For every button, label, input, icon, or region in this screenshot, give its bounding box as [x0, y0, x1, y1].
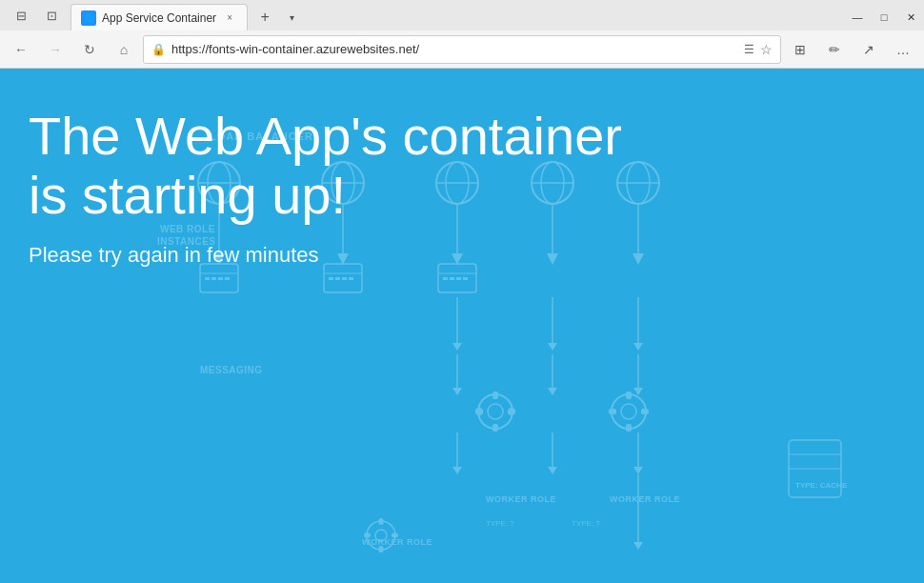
svg-text:TYPE: ?: TYPE: ? [572, 519, 600, 528]
svg-rect-33 [342, 277, 347, 280]
svg-marker-46 [633, 343, 643, 351]
svg-rect-40 [463, 277, 468, 280]
svg-text:WORKER ROLE: WORKER ROLE [362, 537, 432, 547]
svg-rect-51 [492, 424, 498, 432]
svg-rect-71 [392, 533, 398, 538]
collections-button[interactable]: ⊞ [785, 34, 815, 65]
tab-favicon-icon: 🌐 [81, 10, 96, 26]
svg-rect-28 [225, 277, 230, 280]
forward-button[interactable]: → [40, 34, 70, 65]
svg-rect-27 [218, 277, 223, 280]
svg-rect-69 [379, 518, 384, 525]
more-button[interactable]: … [888, 34, 918, 65]
svg-text:MESSAGING: MESSAGING [200, 365, 263, 375]
nav-bar: ← → ↻ ⌂ 🔒 https://fonts-win-container.az… [0, 30, 924, 69]
svg-marker-44 [548, 343, 557, 351]
svg-rect-32 [335, 277, 340, 280]
svg-rect-70 [379, 546, 384, 553]
reload-button[interactable]: ↻ [74, 34, 105, 65]
svg-rect-38 [450, 277, 454, 280]
maximize-button[interactable]: □ [871, 4, 897, 30]
svg-rect-50 [492, 392, 498, 399]
heading-line-1: The Web App's container [29, 107, 622, 166]
edge-icon: ⊡ [38, 2, 65, 29]
browser-window: ⊟ ⊡ 🌐 App Service Container × + ▾ — □ ✕ … [0, 0, 924, 583]
url-text: https://fonts-win-container.azurewebsite… [171, 42, 738, 56]
main-heading: The Web App's container is starting up! [29, 107, 622, 224]
svg-rect-72 [364, 533, 371, 538]
svg-text:TYPE: ?: TYPE: ? [486, 519, 514, 528]
svg-point-58 [612, 394, 646, 429]
svg-rect-57 [474, 407, 484, 416]
svg-marker-80 [548, 388, 557, 395]
svg-marker-42 [452, 343, 462, 351]
svg-rect-60 [626, 392, 632, 399]
close-button[interactable]: ✕ [897, 4, 924, 30]
svg-text:TYPE: CACHE: TYPE: CACHE [795, 481, 848, 490]
svg-text:WORKER ROLE: WORKER ROLE [610, 494, 680, 504]
tab-title: App Service Container [102, 11, 216, 25]
svg-marker-78 [452, 388, 462, 395]
svg-point-48 [478, 394, 512, 429]
active-tab[interactable]: 🌐 App Service Container × [70, 4, 248, 30]
svg-marker-92 [633, 542, 643, 550]
svg-text:WORKER ROLE: WORKER ROLE [486, 494, 556, 504]
svg-rect-37 [443, 277, 448, 280]
svg-marker-82 [633, 388, 643, 395]
address-bar[interactable]: 🔒 https://fonts-win-container.azurewebsi… [143, 35, 781, 64]
svg-rect-62 [641, 409, 649, 414]
reader-icon[interactable]: ☰ [744, 43, 754, 56]
main-text: The Web App's container is starting up! … [29, 107, 622, 268]
minimize-button[interactable]: — [844, 4, 871, 30]
svg-marker-87 [548, 467, 557, 474]
favorite-star-icon[interactable]: ☆ [760, 42, 773, 57]
notes-button[interactable]: ✏ [819, 34, 850, 65]
svg-rect-63 [609, 409, 616, 414]
svg-rect-61 [626, 424, 632, 432]
svg-marker-86 [452, 467, 462, 474]
home-button[interactable]: ⌂ [109, 34, 139, 65]
new-tab-button[interactable]: + [251, 4, 278, 30]
share-button[interactable]: ↗ [854, 34, 884, 65]
svg-rect-31 [329, 277, 333, 280]
svg-rect-39 [456, 277, 461, 280]
svg-rect-26 [211, 277, 216, 280]
svg-marker-88 [633, 467, 643, 474]
sub-heading: Please try again in few minutes [29, 243, 622, 268]
lock-icon: 🔒 [151, 43, 166, 56]
svg-point-59 [621, 404, 636, 419]
svg-rect-25 [205, 277, 210, 280]
heading-line-2: is starting up! [29, 166, 622, 225]
back-button[interactable]: ← [6, 34, 36, 65]
svg-rect-56 [507, 407, 516, 416]
svg-rect-34 [349, 277, 353, 280]
svg-point-49 [488, 404, 503, 419]
tab-close-button[interactable]: × [222, 10, 237, 26]
tab-back-btn[interactable]: ⊟ [8, 2, 34, 29]
tab-bar: ⊟ ⊡ 🌐 App Service Container × + ▾ — □ ✕ [0, 0, 924, 30]
page-content: LOAD BALANCER WEB ROLE INSTANCES [0, 69, 924, 583]
tab-list-button[interactable]: ▾ [278, 4, 305, 30]
